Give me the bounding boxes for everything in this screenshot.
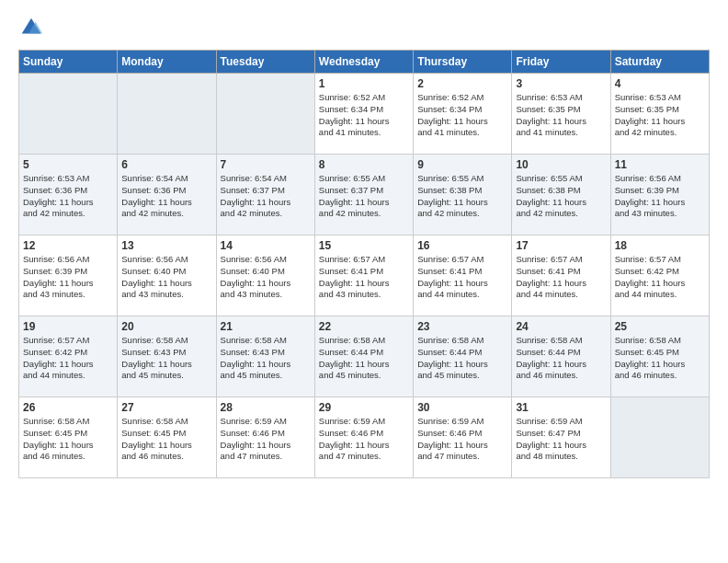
table-row	[216, 74, 314, 155]
table-row	[610, 397, 709, 478]
day-info-text: and 42 minutes.	[417, 208, 507, 220]
day-info-text: and 44 minutes.	[417, 289, 507, 301]
day-info-text: and 41 minutes.	[417, 127, 507, 139]
day-info-text: Sunrise: 6:53 AM	[516, 92, 606, 104]
table-row: 24Sunrise: 6:58 AMSunset: 6:44 PMDayligh…	[512, 316, 610, 397]
table-row: 17Sunrise: 6:57 AMSunset: 6:41 PMDayligh…	[512, 236, 610, 316]
day-info-text: Sunset: 6:35 PM	[615, 104, 705, 116]
day-info-text: Sunrise: 6:57 AM	[615, 254, 705, 266]
day-info-text: and 47 minutes.	[417, 451, 507, 463]
day-info-text: Daylight: 11 hours	[417, 116, 507, 128]
day-info-text: Sunrise: 6:56 AM	[221, 254, 311, 266]
col-tuesday: Tuesday	[216, 51, 314, 74]
day-info-text: Sunrise: 6:59 AM	[319, 416, 409, 428]
day-info-text: Daylight: 11 hours	[319, 278, 409, 290]
day-info-text: Daylight: 11 hours	[23, 359, 113, 371]
day-info-text: Daylight: 11 hours	[221, 197, 311, 209]
table-row: 10Sunrise: 6:55 AMSunset: 6:38 PMDayligh…	[512, 155, 610, 236]
table-row	[118, 74, 216, 155]
day-number: 18	[615, 239, 705, 252]
day-info-text: Sunset: 6:45 PM	[121, 428, 211, 440]
calendar-header-row: Sunday Monday Tuesday Wednesday Thursday…	[19, 51, 710, 74]
day-info-text: Sunrise: 6:58 AM	[121, 416, 211, 428]
day-info-text: and 46 minutes.	[615, 370, 705, 382]
table-row: 13Sunrise: 6:56 AMSunset: 6:40 PMDayligh…	[118, 236, 216, 316]
day-number: 28	[221, 401, 311, 414]
day-info-text: Daylight: 11 hours	[121, 440, 211, 452]
calendar-week-row: 1Sunrise: 6:52 AMSunset: 6:34 PMDaylight…	[19, 74, 710, 155]
table-row: 1Sunrise: 6:52 AMSunset: 6:34 PMDaylight…	[314, 74, 413, 155]
day-info-text: Sunrise: 6:55 AM	[516, 173, 606, 185]
day-info-text: Daylight: 11 hours	[23, 278, 113, 290]
day-info-text: Daylight: 11 hours	[516, 116, 606, 128]
day-info-text: Daylight: 11 hours	[615, 359, 705, 371]
table-row: 6Sunrise: 6:54 AMSunset: 6:36 PMDaylight…	[118, 155, 216, 236]
day-info-text: and 42 minutes.	[221, 208, 311, 220]
day-info-text: Daylight: 11 hours	[221, 278, 311, 290]
day-info-text: Sunset: 6:46 PM	[319, 428, 409, 440]
table-row: 7Sunrise: 6:54 AMSunset: 6:37 PMDaylight…	[216, 155, 314, 236]
day-number: 20	[121, 320, 211, 333]
day-info-text: and 42 minutes.	[23, 208, 113, 220]
day-info-text: Sunrise: 6:58 AM	[121, 335, 211, 347]
table-row: 12Sunrise: 6:56 AMSunset: 6:39 PMDayligh…	[19, 236, 118, 316]
day-info-text: Sunset: 6:40 PM	[121, 266, 211, 278]
day-info-text: Daylight: 11 hours	[319, 440, 409, 452]
table-row: 9Sunrise: 6:55 AMSunset: 6:38 PMDaylight…	[414, 155, 512, 236]
table-row: 27Sunrise: 6:58 AMSunset: 6:45 PMDayligh…	[118, 397, 216, 478]
header	[18, 15, 710, 40]
day-info-text: Daylight: 11 hours	[417, 359, 507, 371]
day-info-text: Daylight: 11 hours	[417, 278, 507, 290]
day-info-text: and 41 minutes.	[516, 127, 606, 139]
table-row: 20Sunrise: 6:58 AMSunset: 6:43 PMDayligh…	[118, 316, 216, 397]
day-info-text: Sunrise: 6:52 AM	[417, 92, 507, 104]
day-info-text: and 48 minutes.	[516, 451, 606, 463]
day-info-text: Daylight: 11 hours	[615, 116, 705, 128]
day-info-text: Sunset: 6:42 PM	[23, 347, 113, 359]
day-info-text: and 44 minutes.	[23, 370, 113, 382]
day-info-text: Sunset: 6:38 PM	[417, 185, 507, 197]
calendar-week-row: 26Sunrise: 6:58 AMSunset: 6:45 PMDayligh…	[19, 397, 710, 478]
day-info-text: Sunrise: 6:55 AM	[319, 173, 409, 185]
day-info-text: Sunset: 6:41 PM	[417, 266, 507, 278]
day-info-text: Sunrise: 6:54 AM	[121, 173, 211, 185]
day-info-text: Sunrise: 6:59 AM	[417, 416, 507, 428]
day-number: 15	[319, 239, 409, 252]
calendar-table: Sunday Monday Tuesday Wednesday Thursday…	[18, 50, 710, 478]
day-number: 4	[615, 77, 705, 90]
day-info-text: Sunset: 6:37 PM	[319, 185, 409, 197]
day-info-text: Sunset: 6:41 PM	[516, 266, 606, 278]
day-number: 29	[319, 401, 409, 414]
table-row: 21Sunrise: 6:58 AMSunset: 6:43 PMDayligh…	[216, 316, 314, 397]
day-info-text: Sunrise: 6:53 AM	[23, 173, 113, 185]
calendar-week-row: 12Sunrise: 6:56 AMSunset: 6:39 PMDayligh…	[19, 236, 710, 316]
day-info-text: Sunrise: 6:58 AM	[516, 335, 606, 347]
day-info-text: Sunrise: 6:57 AM	[319, 254, 409, 266]
col-monday: Monday	[118, 51, 216, 74]
day-info-text: Sunrise: 6:58 AM	[319, 335, 409, 347]
day-info-text: Daylight: 11 hours	[417, 197, 507, 209]
day-info-text: Sunrise: 6:58 AM	[221, 335, 311, 347]
day-info-text: and 47 minutes.	[319, 451, 409, 463]
day-info-text: and 46 minutes.	[516, 370, 606, 382]
day-number: 26	[23, 401, 113, 414]
day-info-text: and 46 minutes.	[121, 451, 211, 463]
day-info-text: Sunset: 6:36 PM	[121, 185, 211, 197]
day-info-text: Sunrise: 6:58 AM	[23, 416, 113, 428]
col-wednesday: Wednesday	[314, 51, 413, 74]
day-number: 27	[121, 401, 211, 414]
day-info-text: and 47 minutes.	[221, 451, 311, 463]
day-info-text: Daylight: 11 hours	[221, 440, 311, 452]
table-row: 19Sunrise: 6:57 AMSunset: 6:42 PMDayligh…	[19, 316, 118, 397]
day-info-text: Sunrise: 6:57 AM	[516, 254, 606, 266]
day-number: 21	[221, 320, 311, 333]
day-number: 16	[417, 239, 507, 252]
day-info-text: and 43 minutes.	[23, 289, 113, 301]
table-row: 18Sunrise: 6:57 AMSunset: 6:42 PMDayligh…	[610, 236, 709, 316]
day-info-text: Sunrise: 6:58 AM	[615, 335, 705, 347]
table-row: 5Sunrise: 6:53 AMSunset: 6:36 PMDaylight…	[19, 155, 118, 236]
day-info-text: Daylight: 11 hours	[516, 359, 606, 371]
day-info-text: Sunrise: 6:56 AM	[615, 173, 705, 185]
page: Sunday Monday Tuesday Wednesday Thursday…	[0, 0, 728, 563]
day-info-text: Sunset: 6:42 PM	[615, 266, 705, 278]
